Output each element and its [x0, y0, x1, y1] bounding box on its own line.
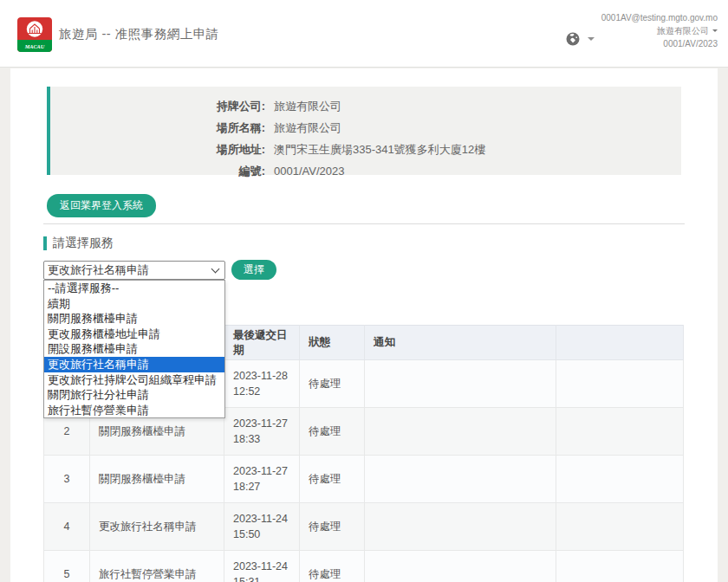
service-option[interactable]: 旅行社暫停營業申請	[44, 403, 224, 418]
info-row-premises-name: 場所名稱: 旅遊有限公司	[50, 117, 681, 139]
time-value: 15:31	[233, 574, 290, 582]
cell-notice	[365, 408, 556, 456]
cell-extra	[556, 503, 684, 551]
time-value: 18:33	[233, 431, 290, 447]
service-option[interactable]: 開設服務櫃檯申請	[44, 341, 224, 357]
cell-date: 2023-11-27 18:27	[224, 456, 300, 503]
cell-extra	[556, 456, 684, 503]
cell-status: 待處理	[300, 360, 365, 408]
service-option[interactable]: --請選擇服務--	[44, 281, 224, 296]
content-card: 持牌公司: 旅遊有限公司 場所名稱: 旅遊有限公司 場所地址: 澳門宋玉生廣場3…	[10, 68, 718, 582]
date-value: 2023-11-27	[233, 416, 290, 431]
info-value: 旅遊有限公司	[274, 117, 341, 139]
service-option[interactable]: 續期	[44, 296, 224, 312]
col-header-status: 狀態	[300, 326, 365, 360]
service-option[interactable]: 更改旅行社持牌公司組織章程申請	[44, 372, 224, 388]
user-company-dropdown[interactable]: 旅遊有限公司	[657, 24, 718, 37]
info-row-license-number: 編號: 0001/AV/2023	[50, 160, 681, 182]
cell-notice	[365, 503, 556, 551]
licensee-info-panel: 持牌公司: 旅遊有限公司 場所名稱: 旅遊有限公司 場所地址: 澳門宋玉生廣場3…	[47, 87, 681, 175]
user-license-no: 0001/AV/2023	[601, 37, 718, 50]
cell-extra	[556, 360, 684, 408]
choose-service-button[interactable]: 選擇	[231, 260, 276, 280]
user-company-name: 旅遊有限公司	[657, 24, 709, 37]
service-option[interactable]: 關閉服務櫃檯申請	[44, 311, 224, 327]
section-divider	[43, 223, 685, 224]
cell-num: 4	[44, 503, 90, 551]
service-section-header: 請選擇服務	[43, 236, 114, 251]
cell-status: 待處理	[300, 551, 365, 582]
date-value: 2023-11-28	[233, 368, 290, 384]
info-row-company: 持牌公司: 旅遊有限公司	[50, 95, 681, 117]
service-option[interactable]: 關閉旅行社分社申請	[44, 387, 224, 403]
col-header-extra	[556, 326, 684, 360]
info-label: 場所地址:	[50, 139, 265, 160]
cell-date: 2023-11-24 15:50	[224, 503, 300, 551]
chevron-down-icon	[211, 265, 220, 274]
cell-status: 待處理	[300, 408, 365, 456]
date-value: 2023-11-24	[233, 559, 290, 574]
back-to-login-button[interactable]: 返回業界登入系統	[47, 194, 156, 217]
cell-status: 待處理	[300, 503, 365, 551]
logo-text: MACAU	[24, 43, 45, 49]
info-value: 澳門宋玉生廣場335-341號獲多利大廈12樓	[274, 139, 485, 160]
cell-notice	[365, 456, 556, 503]
cell-date: 2023-11-24 15:31	[224, 551, 300, 582]
service-select-value: 更改旅行社名稱申請	[48, 262, 149, 278]
user-info-block: 0001AV@testing.mgto.gov.mo 旅遊有限公司 0001/A…	[601, 11, 718, 50]
service-option-highlighted[interactable]: 更改旅行社名稱申請	[44, 357, 224, 372]
service-select-open-list: --請選擇服務-- 續期 關閉服務櫃檯申請 更改服務櫃檯地址申請 開設服務櫃檯申…	[43, 280, 225, 418]
time-value: 18:27	[233, 479, 290, 495]
info-label: 編號:	[50, 160, 265, 182]
section-accent-bar	[43, 236, 47, 250]
table-row: 3 關閉服務櫃檯申請 2023-11-27 18:27 待處理	[44, 456, 684, 503]
info-label: 場所名稱:	[50, 117, 265, 139]
service-option[interactable]: 更改服務櫃檯地址申請	[44, 327, 224, 342]
time-value: 12:52	[233, 384, 290, 399]
language-selector[interactable]	[565, 31, 595, 47]
cell-service-name: 旅行社暫停營業申請	[90, 551, 224, 582]
page-title: 旅遊局 -- 准照事務網上申請	[59, 0, 219, 68]
cell-notice	[365, 360, 556, 408]
mgto-logo: MACAU	[17, 17, 52, 52]
cell-extra	[556, 408, 684, 456]
globe-caret-icon	[588, 37, 595, 41]
company-caret-icon	[712, 29, 718, 32]
cell-num: 3	[44, 456, 90, 503]
cell-extra	[556, 551, 684, 582]
cell-date: 2023-11-27 18:33	[224, 408, 300, 456]
cell-status: 待處理	[300, 456, 365, 503]
col-header-notice: 通知	[365, 326, 556, 360]
info-label: 持牌公司:	[50, 95, 265, 117]
info-value: 旅遊有限公司	[274, 95, 341, 117]
cell-notice	[365, 551, 556, 582]
date-value: 2023-11-27	[233, 463, 290, 479]
time-value: 15:50	[233, 527, 290, 542]
date-value: 2023-11-24	[233, 511, 290, 527]
cell-service-name: 關閉服務櫃檯申請	[90, 456, 224, 503]
info-value: 0001/AV/2023	[274, 160, 344, 182]
info-row-premises-address: 場所地址: 澳門宋玉生廣場335-341號獲多利大廈12樓	[50, 139, 681, 160]
cell-num: 5	[44, 551, 90, 582]
mgto-logo-icon: MACAU	[17, 17, 52, 52]
user-email: 0001AV@testing.mgto.gov.mo	[601, 11, 718, 24]
cell-service-name: 更改旅行社名稱申請	[90, 503, 224, 551]
service-section-title: 請選擇服務	[53, 236, 114, 251]
top-bar: MACAU 旅遊局 -- 准照事務網上申請 0001AV@testing.mgt…	[0, 0, 728, 68]
col-header-date: 最後遞交日期	[224, 326, 300, 360]
table-row: 5 旅行社暫停營業申請 2023-11-24 15:31 待處理	[44, 551, 684, 582]
table-row: 4 更改旅行社名稱申請 2023-11-24 15:50 待處理	[44, 503, 684, 551]
globe-icon	[565, 31, 581, 47]
service-select[interactable]: 更改旅行社名稱申請	[43, 261, 225, 280]
cell-date: 2023-11-28 12:52	[224, 360, 300, 408]
